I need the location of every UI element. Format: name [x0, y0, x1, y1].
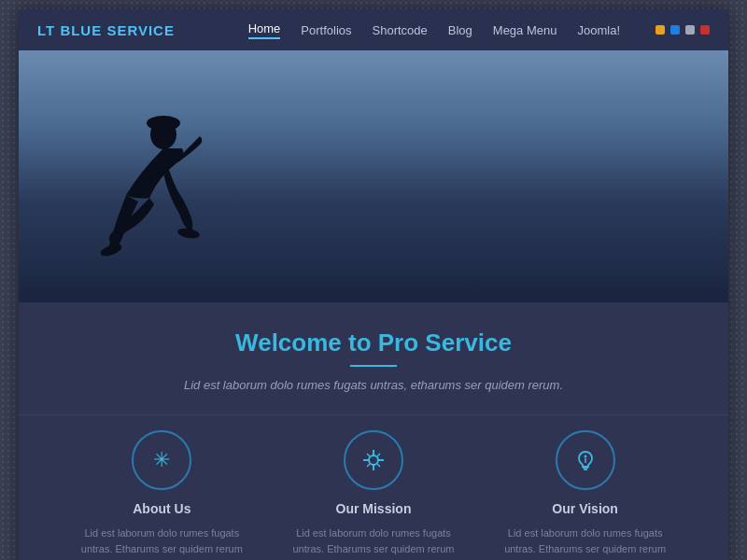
- mission-text: Lid est laborum dolo rumes fugats untras…: [280, 525, 467, 560]
- mission-icon: [361, 448, 386, 472]
- nav-home[interactable]: Home: [248, 21, 281, 39]
- site-wrapper: LT BLUE SERVICE Home Portfolios Shortcod…: [19, 9, 728, 560]
- service-card-about: ✳ About Us Lid est laborum dolo rumes fu…: [68, 430, 255, 560]
- hero-silhouette: [75, 97, 224, 302]
- color-dot-4: [700, 25, 710, 35]
- service-card-vision: Our Vision Lid est laborum dolo rumes fu…: [492, 430, 679, 560]
- welcome-title-prefix: Welcome to: [235, 329, 378, 357]
- color-dot-1: [655, 25, 665, 35]
- mission-title: Our Mission: [336, 501, 412, 516]
- nav-joomla[interactable]: Joomla!: [577, 23, 620, 37]
- nav-megamenu[interactable]: Mega Menu: [493, 23, 557, 37]
- welcome-divider: [350, 365, 397, 367]
- site-nav: Home Portfolios Shortcode Blog Mega Menu…: [248, 21, 710, 39]
- color-dot-3: [685, 25, 695, 35]
- site-header: LT BLUE SERVICE Home Portfolios Shortcod…: [19, 9, 728, 50]
- svg-line-10: [377, 464, 380, 467]
- about-text: Lid est laborum dolo rumes fugats untras…: [68, 525, 255, 560]
- vision-text: Lid est laborum dolo rumes fugats untras…: [492, 525, 679, 560]
- hero-section: [19, 50, 728, 302]
- svg-line-9: [367, 454, 370, 456]
- mission-icon-circle: [344, 430, 403, 490]
- welcome-title: Welcome to Pro Service: [75, 329, 672, 357]
- svg-point-1: [147, 116, 180, 131]
- about-title: About Us: [133, 501, 190, 516]
- nav-icons: [655, 25, 710, 35]
- color-dot-2: [670, 25, 680, 35]
- svg-point-4: [369, 455, 378, 465]
- hero-ground: [19, 274, 728, 302]
- svg-line-12: [367, 464, 370, 467]
- about-icon-circle: ✳: [132, 430, 191, 490]
- vision-icon-circle: [556, 430, 615, 490]
- vision-icon: [573, 448, 598, 472]
- svg-point-3: [176, 227, 200, 240]
- nav-shortcode[interactable]: Shortcode: [373, 23, 428, 37]
- nav-blog[interactable]: Blog: [448, 23, 472, 37]
- vision-title: Our Vision: [552, 501, 618, 516]
- welcome-section: Welcome to Pro Service Lid est laborum d…: [19, 302, 728, 414]
- welcome-subtitle: Lid est laborum dolo rumes fugats untras…: [75, 378, 672, 392]
- welcome-title-highlight: Pro Service: [378, 329, 512, 357]
- services-section: ✳ About Us Lid est laborum dolo rumes fu…: [19, 414, 728, 560]
- site-logo: LT BLUE SERVICE: [37, 22, 175, 38]
- svg-line-11: [377, 454, 380, 456]
- service-card-mission: Our Mission Lid est laborum dolo rumes f…: [280, 430, 467, 560]
- nav-portfolios[interactable]: Portfolios: [301, 23, 351, 37]
- about-icon: ✳: [153, 448, 170, 472]
- svg-point-16: [584, 455, 586, 458]
